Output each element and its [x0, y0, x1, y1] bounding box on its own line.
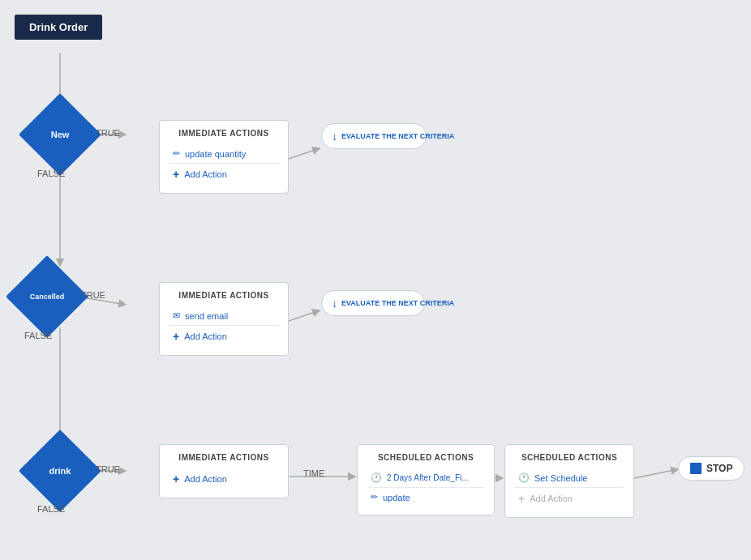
add-action-scheduled-2[interactable]: + Add Action [515, 488, 624, 509]
immediate-actions-cancelled-title: IMMEDIATE ACTIONS [170, 291, 278, 300]
down-arrow-icon-2: ↓ [332, 297, 337, 310]
immediate-actions-new-title: IMMEDIATE ACTIONS [170, 129, 278, 138]
immediate-actions-new: IMMEDIATE ACTIONS ✏ update quantity + Ad… [159, 120, 289, 194]
scheduled-actions-2-title: SCHEDULED ACTIONS [515, 453, 624, 462]
scheduled-actions-1-title: SCHEDULED ACTIONS [367, 453, 484, 462]
cancelled-diamond[interactable] [6, 255, 88, 338]
scheduled-actions-1: SCHEDULED ACTIONS 🕐 2 Days After Date_Fi… [357, 444, 495, 515]
add-action-cancelled[interactable]: + Add Action [170, 326, 278, 347]
clock-icon: 🕐 [371, 472, 382, 483]
down-arrow-icon: ↓ [332, 130, 337, 143]
action-update-quantity[interactable]: ✏ update quantity [170, 144, 278, 164]
evaluate-btn-new[interactable]: ↓ EVALUATE THE NEXT CRITERIA [321, 123, 427, 149]
clock-icon-2: 🕐 [518, 472, 530, 483]
cancelled-true-label: TRUE [81, 290, 105, 300]
action-schedule-date[interactable]: 🕐 2 Days After Date_Fi... [367, 468, 484, 488]
svg-line-6 [289, 310, 320, 321]
immediate-actions-drink-title: IMMEDIATE ACTIONS [170, 453, 278, 462]
pencil-icon: ✏ [173, 148, 180, 159]
action-send-email[interactable]: ✉ send email [170, 306, 278, 326]
drink-order-title: Drink Order [15, 15, 102, 40]
plus-icon-3: + [173, 472, 179, 485]
scheduled-actions-2: SCHEDULED ACTIONS 🕐 Set Schedule + Add A… [504, 444, 634, 518]
stop-square-icon [690, 463, 702, 474]
new-false-label: FALSE [37, 169, 65, 178]
evaluate-btn-cancelled[interactable]: ↓ EVALUATE THE NEXT CRITERIA [321, 290, 425, 316]
new-true-label: TRUE [96, 128, 120, 138]
stop-button[interactable]: STOP [678, 456, 745, 481]
new-diamond[interactable] [19, 93, 101, 176]
immediate-actions-cancelled: IMMEDIATE ACTIONS ✉ send email + Add Act… [159, 282, 289, 356]
drink-false-label: FALSE [37, 504, 65, 514]
plus-icon: + [173, 168, 179, 181]
svg-line-10 [634, 469, 678, 478]
plus-icon-4: + [518, 492, 525, 505]
time-label: TIME [303, 468, 324, 478]
add-action-drink[interactable]: + Add Action [170, 468, 278, 489]
drink-true-label: TRUE [96, 464, 120, 474]
pencil-icon-2: ✏ [371, 492, 378, 502]
add-action-new[interactable]: + Add Action [170, 164, 278, 185]
cancelled-false-label: FALSE [24, 331, 52, 340]
action-update[interactable]: ✏ update [367, 488, 484, 507]
plus-icon-2: + [173, 330, 179, 343]
email-icon: ✉ [173, 310, 180, 321]
action-set-schedule[interactable]: 🕐 Set Schedule [515, 468, 624, 488]
drink-diamond[interactable] [19, 430, 101, 512]
svg-line-4 [289, 148, 320, 159]
immediate-actions-drink: IMMEDIATE ACTIONS + Add Action [159, 444, 289, 498]
